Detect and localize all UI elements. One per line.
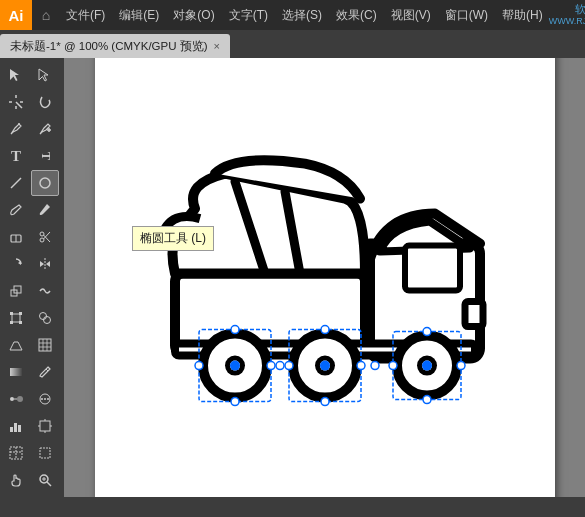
menu-select[interactable]: 选择(S) [276, 0, 328, 30]
app-logo-text: Ai [9, 7, 24, 24]
type-icon: T [11, 148, 21, 165]
perspective-tool[interactable] [2, 332, 30, 358]
svg-rect-94 [465, 301, 483, 326]
svg-rect-22 [19, 312, 22, 315]
hand-tool[interactable] [2, 467, 30, 493]
svg-rect-43 [18, 425, 21, 432]
warp-tool[interactable] [31, 278, 59, 304]
svg-point-80 [321, 397, 329, 405]
svg-line-4 [16, 102, 22, 108]
line-tool[interactable] [2, 170, 30, 196]
svg-point-92 [371, 361, 379, 369]
svg-point-70 [267, 361, 275, 369]
svg-line-54 [47, 482, 51, 486]
slice-select-tool[interactable] [31, 440, 59, 466]
rotate-tool[interactable] [2, 251, 30, 277]
svg-rect-42 [14, 423, 17, 432]
svg-point-78 [321, 325, 329, 333]
type-tool[interactable]: T [2, 143, 30, 169]
zoom-tool[interactable] [31, 467, 59, 493]
eraser-tool[interactable] [2, 224, 30, 250]
svg-point-38 [41, 398, 43, 400]
tool-row-12 [2, 359, 62, 385]
gradient-tool[interactable] [2, 359, 30, 385]
tool-row-13 [2, 386, 62, 412]
svg-point-79 [357, 361, 365, 369]
free-transform-tool[interactable] [2, 305, 30, 331]
blob-brush-tool[interactable] [31, 197, 59, 223]
tool-row-10 [2, 305, 62, 331]
tab-close-button[interactable]: × [214, 40, 220, 52]
svg-rect-23 [10, 321, 13, 324]
shape-builder-tool[interactable] [31, 305, 59, 331]
menu-view[interactable]: 视图(V) [385, 0, 437, 30]
svg-point-71 [231, 397, 239, 405]
ellipse-tool[interactable] [31, 170, 59, 196]
magic-wand-tool[interactable] [2, 89, 30, 115]
tool-row-9 [2, 278, 62, 304]
svg-point-40 [47, 398, 49, 400]
svg-rect-27 [39, 339, 51, 351]
svg-rect-44 [40, 421, 50, 431]
bar-graph-tool[interactable] [2, 413, 30, 439]
paintbrush-tool[interactable] [2, 197, 30, 223]
direct-selection-tool[interactable] [31, 62, 59, 88]
svg-rect-24 [19, 321, 22, 324]
svg-point-68 [195, 361, 203, 369]
reflect-tool[interactable] [31, 251, 59, 277]
truck-svg [155, 143, 495, 423]
white-canvas[interactable] [95, 58, 555, 497]
tool-row-1 [2, 62, 62, 88]
menu-type[interactable]: 文字(T) [223, 0, 274, 30]
svg-line-33 [46, 369, 48, 371]
menu-edit[interactable]: 编辑(E) [113, 0, 165, 30]
svg-point-34 [10, 397, 14, 401]
tool-row-8 [2, 251, 62, 277]
svg-point-88 [423, 327, 431, 335]
main-area: T T [0, 58, 585, 497]
slice-tool[interactable] [2, 440, 30, 466]
pen-tool[interactable] [2, 116, 30, 142]
tool-row-2 [2, 89, 62, 115]
blend-tool[interactable] [2, 386, 30, 412]
lasso-tool[interactable] [31, 89, 59, 115]
menu-file[interactable]: 文件(F) [60, 0, 111, 30]
svg-point-39 [44, 398, 46, 400]
svg-point-35 [17, 396, 23, 402]
svg-point-77 [285, 361, 293, 369]
svg-point-9 [40, 178, 50, 188]
menu-help[interactable]: 帮助(H) [496, 0, 549, 30]
vertical-type-icon: T [38, 152, 53, 160]
scale-tool[interactable] [2, 278, 30, 304]
menu-object[interactable]: 对象(O) [167, 0, 220, 30]
add-anchor-tool[interactable] [31, 116, 59, 142]
active-tab[interactable]: 未标题-1* @ 100% (CMYK/GPU 预览) × [0, 34, 230, 58]
menu-window[interactable]: 窗口(W) [439, 0, 494, 30]
svg-point-89 [457, 361, 465, 369]
selection-tool[interactable] [2, 62, 30, 88]
eyedropper-tool[interactable] [31, 359, 59, 385]
mesh-tool[interactable] [31, 332, 59, 358]
menu-effect[interactable]: 效果(C) [330, 0, 383, 30]
truck-illustration [155, 143, 495, 423]
tool-row-14 [2, 413, 62, 439]
vertical-type-tool[interactable]: T [31, 143, 59, 169]
svg-point-5 [18, 123, 20, 125]
svg-point-87 [389, 361, 397, 369]
tool-row-4: T T [2, 143, 62, 169]
svg-point-69 [231, 325, 239, 333]
svg-rect-21 [10, 312, 13, 315]
symbol-tool[interactable] [31, 386, 59, 412]
svg-line-8 [11, 178, 21, 188]
status-bar [0, 497, 585, 517]
svg-point-26 [44, 317, 51, 324]
watermark-line1: 软件自学网 [549, 2, 585, 16]
home-icon[interactable]: ⌂ [32, 0, 60, 30]
scissors-tool[interactable] [31, 224, 59, 250]
watermark-line2: WWW.RJZXW.COM [549, 16, 585, 28]
tool-row-6 [2, 197, 62, 223]
tab-title: 未标题-1* @ 100% (CMYK/GPU 预览) [10, 39, 208, 54]
menu-bar: 文件(F) 编辑(E) 对象(O) 文字(T) 选择(S) 效果(C) 视图(V… [60, 0, 549, 30]
tool-row-3 [2, 116, 62, 142]
artboard-tool[interactable] [31, 413, 59, 439]
